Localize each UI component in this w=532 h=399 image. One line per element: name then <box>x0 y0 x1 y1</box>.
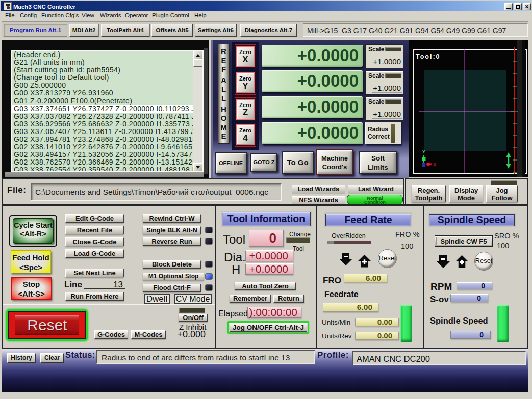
svg-text:Y: Y <box>422 149 425 154</box>
svg-text:X: X <box>433 162 436 167</box>
